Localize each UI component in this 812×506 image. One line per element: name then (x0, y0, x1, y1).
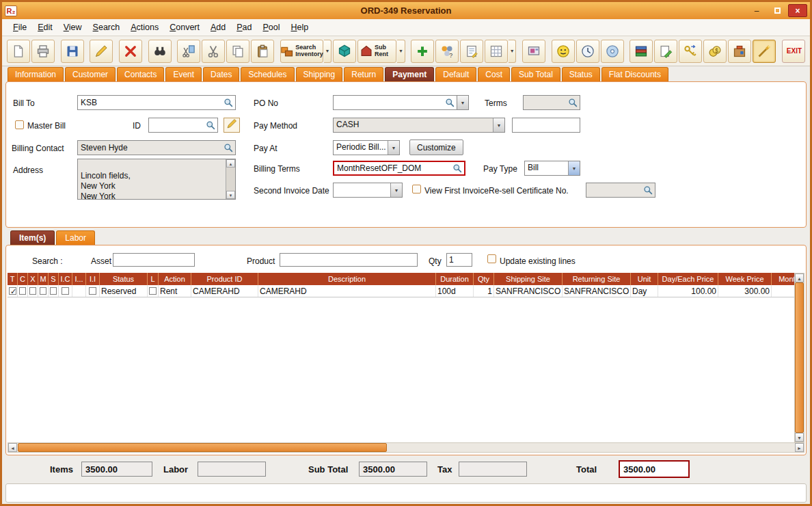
column-header-action[interactable]: Action (159, 273, 191, 285)
tab-flat-discounts[interactable]: Flat Discounts (601, 67, 668, 82)
tab-payment[interactable]: Payment (385, 67, 434, 82)
tab-schedules[interactable]: Schedules (241, 67, 294, 82)
tab-customer[interactable]: Customer (65, 67, 116, 82)
address-scrollbar[interactable]: ▲ ▼ (226, 159, 235, 199)
save-button[interactable] (61, 40, 84, 63)
column-header-x[interactable]: X (28, 273, 38, 285)
view-first-invoice-checkbox[interactable] (412, 185, 421, 194)
menu-pad[interactable]: Pad (231, 21, 257, 34)
menu-view[interactable]: View (58, 21, 87, 34)
grid-view-button-dropdown[interactable] (509, 40, 516, 63)
row-checkbox-i-c[interactable] (62, 287, 69, 295)
terms-search-icon[interactable] (566, 96, 580, 109)
customize-button[interactable]: Customize (409, 139, 463, 155)
vertical-scroll-thumb[interactable] (795, 282, 804, 433)
row-checkbox-m[interactable] (40, 287, 46, 295)
terms-field[interactable] (523, 95, 580, 110)
column-header-i-c[interactable]: I.C (59, 273, 72, 285)
print-button[interactable] (31, 40, 55, 63)
find-button[interactable] (148, 40, 172, 63)
scroll-down-icon[interactable]: ▼ (795, 433, 804, 442)
database-button[interactable] (630, 40, 653, 63)
po-no-search-icon[interactable] (443, 96, 457, 109)
scroll-right-icon[interactable]: ► (795, 443, 804, 452)
items-tab-item-s[interactable]: Item(s) (10, 230, 55, 245)
column-header-i-i[interactable]: I.I (86, 273, 100, 285)
column-header-returning-site[interactable]: Returning Site (563, 273, 631, 285)
notes-button[interactable] (460, 40, 483, 63)
search-inventory-button[interactable]: Search Inventory (280, 40, 323, 63)
pay-type-dropdown-icon[interactable] (568, 161, 580, 175)
billing-contact-field[interactable]: Steven Hyde (77, 140, 236, 155)
delete-button[interactable] (119, 40, 142, 63)
po-no-field[interactable] (333, 95, 457, 110)
address-field[interactable]: Lincoln fields, New York New York ▲ ▼ (77, 159, 236, 200)
menu-actions[interactable]: Actions (125, 21, 164, 34)
resell-certificate-search-icon[interactable] (641, 183, 655, 197)
key-button[interactable] (679, 40, 702, 63)
sub-rent-button-dropdown[interactable] (397, 40, 405, 63)
menu-file[interactable]: File (8, 21, 32, 34)
scroll-down-icon[interactable]: ▼ (226, 191, 235, 199)
pay-type-combo[interactable]: Bill (524, 161, 580, 176)
column-header-c[interactable]: C (18, 273, 28, 285)
id-edit-button[interactable] (224, 118, 240, 133)
add-line-button[interactable] (411, 40, 434, 63)
column-header-i[interactable]: I... (72, 273, 86, 285)
minimize-button[interactable]: – (747, 4, 766, 17)
column-header-qty[interactable]: Qty (474, 273, 494, 285)
menu-edit[interactable]: Edit (32, 21, 58, 34)
resell-certificate-field[interactable] (586, 183, 655, 198)
update-existing-lines-checkbox[interactable] (487, 254, 496, 263)
money-button[interactable]: $ (703, 40, 727, 63)
pay-at-combo[interactable]: Periodic Bill... (333, 140, 400, 155)
qty-input[interactable]: 1 (446, 253, 472, 267)
column-header-month-price[interactable]: Month Price (772, 273, 796, 285)
column-header-s[interactable]: S (49, 273, 59, 285)
scroll-up-icon[interactable]: ▲ (795, 274, 804, 282)
column-header-m[interactable]: M (38, 273, 49, 285)
disc-button[interactable] (601, 40, 624, 63)
menu-help[interactable]: Help (286, 21, 314, 34)
product-input[interactable] (280, 253, 418, 267)
sub-rent-button[interactable]: Sub Rent (357, 40, 396, 63)
master-bill-checkbox[interactable] (15, 120, 24, 129)
row-checkbox-c[interactable] (19, 287, 26, 295)
second-invoice-date-combo[interactable] (333, 183, 403, 198)
row-checkbox-l[interactable] (149, 287, 157, 295)
print-preview-button[interactable] (522, 40, 545, 63)
shapes-button[interactable] (333, 40, 356, 63)
row-checkbox-s[interactable] (50, 287, 57, 295)
menu-convert[interactable]: Convert (164, 21, 205, 34)
grid-view-button[interactable] (485, 40, 508, 63)
column-header-status[interactable]: Status (100, 273, 148, 285)
row-checkbox-t[interactable] (9, 287, 16, 295)
second-invoice-date-dropdown-icon[interactable] (390, 183, 402, 197)
column-header-unit[interactable]: Unit (631, 273, 658, 285)
row-checkbox-x[interactable] (29, 287, 36, 295)
id-search-icon[interactable] (204, 118, 217, 132)
items-tab-labor[interactable]: Labor (56, 230, 95, 245)
id-field[interactable] (148, 118, 218, 133)
smiley-button[interactable] (552, 40, 575, 63)
maximize-button[interactable] (768, 4, 787, 17)
bill-to-search-icon[interactable] (221, 96, 235, 109)
tab-event[interactable]: Event (165, 67, 202, 82)
tab-default[interactable]: Default (435, 67, 476, 82)
tab-dates[interactable]: Dates (203, 67, 239, 82)
horizontal-scrollbar[interactable]: ◄ ► (8, 442, 804, 453)
row-checkbox-i-i[interactable] (89, 287, 96, 295)
billing-terms-field[interactable]: MonthResetOFF_DOM (333, 161, 465, 176)
cut-button[interactable] (202, 40, 225, 63)
column-header-product-id[interactable]: Product ID (191, 273, 258, 285)
pay-at-dropdown-icon[interactable] (388, 141, 399, 155)
tab-sub-total[interactable]: Sub Total (511, 67, 560, 82)
tab-information[interactable]: Information (8, 67, 64, 82)
horizontal-scroll-thumb[interactable] (18, 443, 387, 452)
po-no-dropdown[interactable] (457, 95, 469, 110)
billing-contact-search-icon[interactable] (221, 141, 235, 155)
edit-notes-button[interactable] (654, 40, 677, 63)
column-header-l[interactable]: L (148, 273, 159, 285)
column-header-shipping-site[interactable]: Shipping Site (494, 273, 563, 285)
tab-status[interactable]: Status (562, 67, 600, 82)
